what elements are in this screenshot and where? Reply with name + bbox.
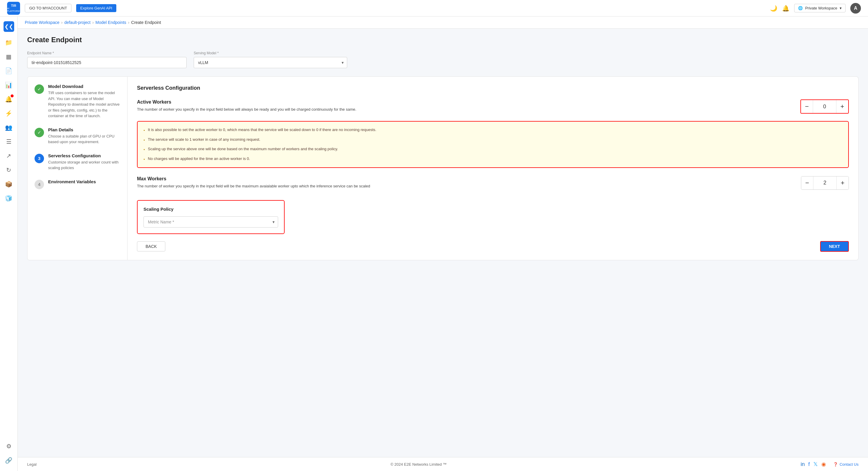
sidebar-item-table[interactable]: 📊 bbox=[3, 79, 15, 91]
sidebar-item-settings[interactable]: ⚙ bbox=[3, 440, 15, 452]
folder-icon: 📁 bbox=[5, 39, 12, 46]
breadcrumb-link-project[interactable]: default-project bbox=[64, 20, 91, 25]
dark-mode-icon[interactable]: 🌙 bbox=[770, 5, 777, 12]
breadcrumb-sep-1: › bbox=[61, 20, 63, 25]
warning-box: ● It is also possible to set the active … bbox=[137, 121, 849, 168]
active-workers-value: 0 bbox=[813, 100, 836, 113]
bullet-3: ● bbox=[144, 148, 145, 152]
notifications-icon[interactable]: 🔔 bbox=[782, 5, 789, 12]
max-workers-desc: The number of worker you specify in the … bbox=[137, 183, 789, 189]
footer-legal[interactable]: Legal bbox=[27, 462, 37, 467]
workspace-label: Private Workspace bbox=[805, 6, 837, 10]
users-icon: 👥 bbox=[5, 124, 12, 131]
step-title-3: Serverless Configuration bbox=[48, 153, 120, 158]
sidebar-item-list[interactable]: ☰ bbox=[3, 136, 15, 148]
sidebar-item-endpoints[interactable]: ⚡ bbox=[3, 107, 15, 119]
active-workers-counter: − 0 + bbox=[800, 99, 849, 114]
avatar[interactable]: A bbox=[850, 3, 861, 13]
sidebar-item-folder[interactable]: 📁 bbox=[3, 37, 15, 49]
footer-contact[interactable]: ❓ Contact Us bbox=[833, 462, 859, 467]
steps-config-row: ✓ Model Download TIR uses containers to … bbox=[27, 76, 859, 260]
breadcrumb: Private Workspace › default-project › Mo… bbox=[18, 17, 868, 29]
bullet-2: ● bbox=[144, 138, 145, 142]
navbar-left: TIR AI PLATFORM GO TO MYACCOUNT Explore … bbox=[7, 2, 116, 15]
main-layout: ❮❮ 📁 ▦ 📄 📊 🔔 ⚡ 👥 ☰ ↗ ↻ bbox=[0, 17, 868, 471]
navbar: TIR AI PLATFORM GO TO MYACCOUNT Explore … bbox=[0, 0, 868, 17]
sidebar-item-cube[interactable]: 🧊 bbox=[3, 192, 15, 204]
warning-item-3: ● Scaling up the service above one will … bbox=[144, 146, 842, 152]
endpoint-name-input[interactable] bbox=[27, 57, 187, 68]
actions-row: BACK NEXT bbox=[137, 241, 849, 252]
sidebar-item-help[interactable]: 🔗 bbox=[3, 454, 15, 466]
max-workers-text: Max Workers The number of worker you spe… bbox=[137, 176, 801, 193]
logo: TIR AI PLATFORM bbox=[7, 2, 20, 15]
sidebar-toggle[interactable]: ❮❮ bbox=[4, 21, 14, 32]
chevron-down-icon: ▾ bbox=[840, 6, 842, 10]
step-item-1: ✓ Model Download TIR uses containers to … bbox=[35, 84, 120, 119]
config-title: Serverless Configuration bbox=[137, 85, 849, 91]
max-workers-counter: − 2 + bbox=[801, 176, 849, 190]
max-workers-value: 2 bbox=[813, 177, 837, 189]
warning-text-2: The service will scale to 1 worker in ca… bbox=[148, 137, 260, 143]
active-workers-desc: The number of worker you specify in the … bbox=[137, 106, 788, 113]
next-button[interactable]: NEXT bbox=[820, 241, 849, 252]
sidebar-item-users[interactable]: 👥 bbox=[3, 122, 15, 133]
breadcrumb-link-workspace[interactable]: Private Workspace bbox=[25, 20, 59, 25]
explore-genai-button[interactable]: Explore GenAI API bbox=[76, 4, 116, 12]
twitter-icon[interactable]: 𝕏 bbox=[813, 461, 818, 467]
max-workers-title: Max Workers bbox=[137, 176, 789, 182]
serving-model-label: Serving Model * bbox=[194, 51, 347, 55]
step-desc-1: TIR uses containers to serve the model A… bbox=[48, 90, 120, 119]
endpoint-name-label: Endpoint Name * bbox=[27, 51, 187, 55]
footer-copyright: © 2024 E2E Networks Limited ™ bbox=[391, 462, 447, 467]
go-to-myaccount-button[interactable]: GO TO MYACCOUNT bbox=[25, 4, 71, 12]
step-item-4: 4 Environment Variables bbox=[35, 179, 120, 189]
bullet-1: ● bbox=[144, 129, 145, 132]
sidebar-item-grid[interactable]: ▦ bbox=[3, 51, 15, 63]
breadcrumb-sep-3: › bbox=[128, 20, 130, 25]
active-workers-decrement[interactable]: − bbox=[801, 100, 813, 113]
workspace-button[interactable]: 🌐 Private Workspace ▾ bbox=[794, 4, 845, 12]
warning-item-4: ● No charges will be applied for the tim… bbox=[144, 156, 842, 162]
warning-text-4: No charges will be applied for the time … bbox=[148, 156, 250, 162]
share-icon: ↗ bbox=[6, 152, 11, 159]
facebook-icon[interactable]: f bbox=[808, 461, 810, 467]
sidebar-item-box[interactable]: 📦 bbox=[3, 178, 15, 190]
breadcrumb-current: Create Endpoint bbox=[131, 20, 161, 25]
scaling-policy-title: Scaling Policy bbox=[144, 207, 278, 212]
rss-icon[interactable]: ◉ bbox=[822, 461, 826, 467]
step-icon-2: ✓ bbox=[35, 128, 44, 137]
help-icon: 🔗 bbox=[5, 457, 12, 464]
back-button[interactable]: BACK bbox=[137, 242, 165, 251]
max-workers-increment[interactable]: + bbox=[837, 177, 848, 189]
sidebar: ❮❮ 📁 ▦ 📄 📊 🔔 ⚡ 👥 ☰ ↗ ↻ bbox=[0, 17, 18, 471]
question-icon: ❓ bbox=[833, 462, 838, 467]
step-title-1: Model Download bbox=[48, 84, 120, 89]
step-desc-2: Choose a suitable plan of GPU or CPU bas… bbox=[48, 133, 120, 145]
metric-name-select[interactable]: Metric Name * CPU Utilization Memory Uti… bbox=[144, 216, 278, 227]
warning-item-1: ● It is also possible to set the active … bbox=[144, 127, 842, 133]
notification-badge bbox=[11, 94, 13, 97]
metric-select-wrapper: Metric Name * CPU Utilization Memory Uti… bbox=[144, 216, 278, 227]
footer: Legal © 2024 E2E Networks Limited ™ in f… bbox=[18, 457, 868, 471]
serving-model-select[interactable]: vLLM bbox=[194, 57, 347, 68]
step-item-3: 3 Serverless Configuration Customize sto… bbox=[35, 153, 120, 171]
linkedin-icon[interactable]: in bbox=[801, 461, 805, 467]
sidebar-item-refresh[interactable]: ↻ bbox=[3, 164, 15, 176]
step-content-3: Serverless Configuration Customize stora… bbox=[48, 153, 120, 171]
active-workers-title: Active Workers bbox=[137, 99, 788, 105]
sidebar-item-share[interactable]: ↗ bbox=[3, 150, 15, 162]
max-workers-decrement[interactable]: − bbox=[801, 177, 813, 189]
max-workers-row: Max Workers The number of worker you spe… bbox=[137, 176, 849, 193]
contact-us-label: Contact Us bbox=[840, 462, 859, 467]
step-content-1: Model Download TIR uses containers to se… bbox=[48, 84, 120, 119]
footer-social: in f 𝕏 ◉ bbox=[801, 461, 826, 467]
active-workers-increment[interactable]: + bbox=[836, 100, 848, 113]
fields-row: Endpoint Name * Serving Model * vLLM ▾ bbox=[27, 51, 859, 68]
content-area: Private Workspace › default-project › Mo… bbox=[18, 17, 868, 471]
logo-icon: TIR AI PLATFORM bbox=[7, 2, 20, 15]
sidebar-item-docs[interactable]: 📄 bbox=[3, 65, 15, 77]
sidebar-item-alert[interactable]: 🔔 bbox=[3, 93, 15, 105]
bullet-4: ● bbox=[144, 158, 145, 161]
breadcrumb-link-endpoints[interactable]: Model Endpoints bbox=[95, 20, 126, 25]
